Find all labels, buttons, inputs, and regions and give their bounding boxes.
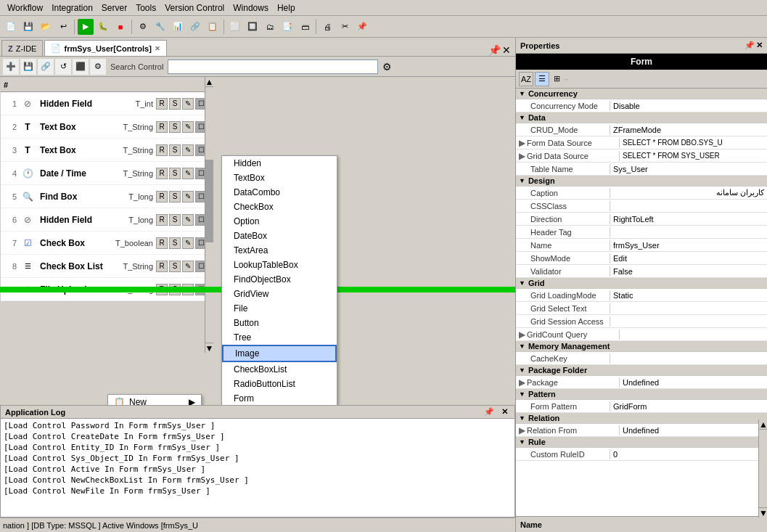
debug-btn[interactable]: 🐛 [95, 19, 111, 35]
undo-btn[interactable]: ↩ [55, 19, 71, 35]
prop-gsa-value[interactable] [610, 321, 767, 322]
prop-gc-expand[interactable]: ▶ [516, 330, 525, 340]
section-design-header[interactable]: ▼ Design [516, 176, 767, 187]
tab-close-btn[interactable]: ✕ [155, 45, 160, 52]
ctx-textbox[interactable]: TextBox [222, 171, 337, 185]
ctx-textarea[interactable]: TextArea [222, 243, 337, 258]
tool12[interactable]: ✂ [337, 19, 353, 35]
prop-glm-value[interactable]: Static [610, 290, 767, 300]
control-row-1[interactable]: 1 ⊘ Hidden Field T_int R S ✎ ☐ [1, 92, 210, 115]
prop-table-name-value[interactable]: Sys_User [610, 164, 767, 174]
section-pattern-header[interactable]: ▼ Pattern [516, 389, 767, 400]
menu-help[interactable]: Help [273, 1, 300, 15]
section-memory-header[interactable]: ▼ Memory Management [516, 341, 767, 352]
control-row-5[interactable]: 5 🔍 Find Box T_long R S ✎ ☐ [1, 185, 210, 208]
link-btn[interactable]: 🔗 [38, 59, 54, 75]
control-row-4[interactable]: 4 🕐 Date / Time T_String R S ✎ ☐ [1, 162, 210, 185]
filter-icon[interactable]: ⚙ [380, 61, 395, 73]
ctx-radiobuttonlist[interactable]: RadioButtonList [222, 377, 337, 391]
tool8[interactable]: 🗂 [262, 19, 278, 35]
control-row-6[interactable]: 6 ⊘ Hidden Field T_long R S ✎ ☐ [1, 208, 210, 232]
ctx-checkbox[interactable]: CheckBox [222, 200, 337, 214]
ctx-lookuptablebox[interactable]: LookupTableBox [222, 258, 337, 272]
log-pin[interactable]: 📌 [482, 407, 496, 417]
settings-btn[interactable]: ⚙ [90, 59, 106, 75]
tool5[interactable]: 📋 [205, 19, 221, 35]
flag-s[interactable]: S [169, 98, 181, 110]
tab-frmsys[interactable]: 📄 frmSys_User[Controls] ✕ [44, 40, 166, 56]
ctx-form[interactable]: Form [222, 391, 337, 405]
tool2[interactable]: 🔧 [152, 19, 168, 35]
flag-s7[interactable]: S [169, 237, 181, 249]
prop-ck-value[interactable] [610, 358, 767, 359]
prop-dir-value[interactable]: RightToLeft [610, 214, 767, 224]
flag-s5[interactable]: S [169, 191, 181, 202]
props-sort-alpha[interactable]: AZ [519, 72, 533, 86]
flag-e3[interactable]: ✎ [182, 144, 194, 156]
ctx-hidden[interactable]: Hidden [222, 156, 337, 171]
save-control-btn[interactable]: 💾 [20, 59, 36, 75]
flag-r6[interactable]: R [156, 214, 168, 226]
tool10[interactable]: 🗃 [297, 19, 313, 35]
menu-tools[interactable]: Tools [131, 1, 160, 15]
prop-concurrency-mode-value[interactable]: Disable [610, 101, 767, 111]
prop-grid-ds-value[interactable]: SELECT * FROM SYS_USER [620, 151, 767, 160]
stop-btn[interactable]: ■ [112, 19, 128, 35]
search-input[interactable] [168, 60, 378, 74]
prop-form-ds-value[interactable]: SELECT * FROM DBO.SYS_U [620, 138, 767, 147]
ctx-option[interactable]: Option [222, 214, 337, 229]
pin-btn[interactable]: 📌 [488, 44, 501, 56]
props-pin[interactable]: 📌 [745, 41, 755, 50]
menu-version-control[interactable]: Version Control [160, 1, 229, 15]
flag-s6[interactable]: S [169, 214, 181, 226]
tool9[interactable]: 📑 [279, 19, 295, 35]
prop-css-value[interactable] [610, 205, 767, 207]
prop-val-value[interactable]: False [610, 266, 767, 277]
menu-server[interactable]: Server [97, 1, 131, 15]
menu-windows[interactable]: Windows [229, 1, 273, 15]
run-btn[interactable]: ▶ [78, 19, 94, 35]
add-control-btn[interactable]: ➕ [3, 59, 19, 75]
prop-crud-value[interactable]: ZFrameMode [610, 125, 767, 135]
ctx-datebox[interactable]: DateBox [222, 229, 337, 243]
flag-e8[interactable]: ✎ [182, 261, 194, 272]
prop-gst-value[interactable] [610, 308, 767, 309]
ctx-gridview[interactable]: GridView [222, 287, 337, 301]
section-package-header[interactable]: ▼ Package Folder [516, 365, 767, 376]
flag-e[interactable]: ✎ [182, 98, 194, 110]
save-btn[interactable]: 💾 [20, 19, 36, 35]
prop-ht-value[interactable] [610, 232, 767, 233]
section-data-header[interactable]: ▼ Data [516, 112, 767, 123]
flag-r4[interactable]: R [156, 168, 168, 179]
prop-grid-ds-expand[interactable]: ▶ [516, 151, 525, 161]
flag-r2[interactable]: R [156, 121, 168, 133]
flag-s2[interactable]: S [169, 121, 181, 133]
section-relation-header[interactable]: ▼ Relation [516, 413, 767, 424]
prop-pkg-value[interactable]: Undefined [620, 377, 767, 388]
control-row-7[interactable]: 7 ☑ Check Box T_boolean R S ✎ ☐ [1, 232, 210, 255]
prop-sm-value[interactable]: Edit [610, 253, 767, 263]
ctx-button[interactable]: Button [222, 316, 337, 330]
ctx-checkboxlist[interactable]: CheckBoxList [222, 362, 337, 377]
prop-form-ds-expand[interactable]: ▶ [516, 138, 525, 148]
ctx-image[interactable]: Image [222, 345, 337, 362]
prop-caption-value[interactable]: کاربران سامانه [610, 187, 767, 198]
flag-e5[interactable]: ✎ [182, 191, 194, 202]
tool1[interactable]: ⚙ [135, 19, 151, 35]
flag-e7[interactable]: ✎ [182, 237, 194, 249]
tool13[interactable]: 📌 [354, 19, 370, 35]
tool3[interactable]: 📊 [170, 19, 186, 35]
control-row-3[interactable]: 3 T Text Box T_String R S ✎ ☐ [1, 139, 210, 162]
prop-rf-value[interactable]: Undefined [620, 425, 767, 435]
refresh-btn[interactable]: ↺ [55, 59, 71, 75]
flag-e2[interactable]: ✎ [182, 121, 194, 133]
tool4[interactable]: 🔗 [187, 19, 203, 35]
tool11[interactable]: 🖨 [319, 19, 335, 35]
flag-s8[interactable]: S [169, 261, 181, 272]
scroll-up-btn[interactable]: ▲ [205, 77, 213, 87]
tool7[interactable]: 🔲 [245, 19, 261, 35]
tab-zide[interactable]: Z Z-IDE [1, 40, 43, 56]
prop-gc-value[interactable] [620, 334, 767, 335]
section-rule-header[interactable]: ▼ Rule [516, 437, 767, 448]
props-close[interactable]: ✕ [756, 41, 763, 50]
